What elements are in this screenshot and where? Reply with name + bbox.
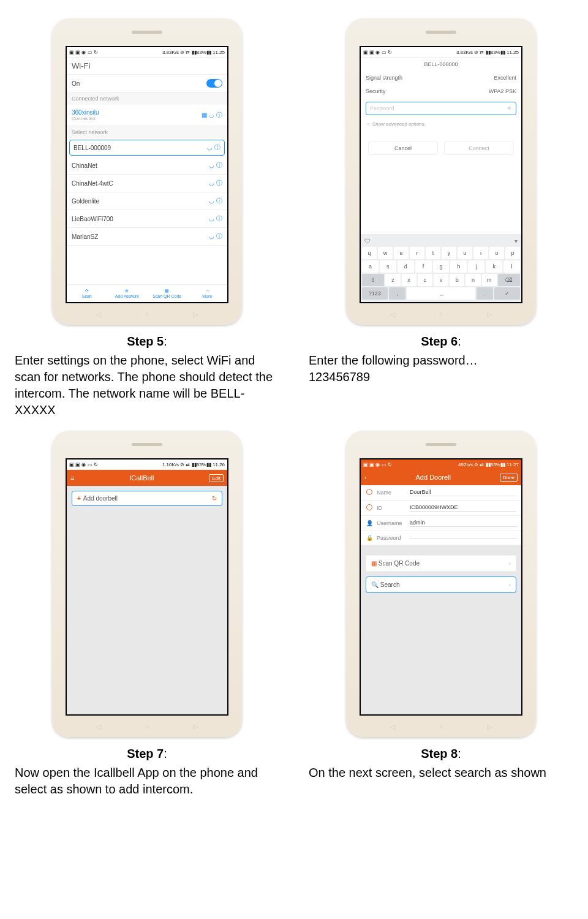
nav-scan[interactable]: ⟳Scan <box>67 285 107 302</box>
key[interactable]: a <box>362 260 379 273</box>
numeric-key[interactable]: ?123 <box>362 287 388 300</box>
key[interactable]: g <box>433 260 450 273</box>
enter-key[interactable]: ✓ <box>494 287 520 300</box>
key[interactable]: y <box>442 247 456 259</box>
key[interactable]: j <box>468 260 484 273</box>
checkbox-icon: ○ <box>367 121 370 127</box>
key[interactable]: k <box>486 260 502 273</box>
network-row[interactable]: Goldenlite ◡ ⓘ <box>67 192 227 210</box>
status-right: 1.10K/s ⊘ ⇄ ▮▮83%▮▮ 11.26 <box>162 462 225 467</box>
key[interactable]: h <box>450 260 467 273</box>
key[interactable]: u <box>458 247 472 259</box>
key[interactable]: z <box>385 274 400 286</box>
network-ssid: ChinaNet <box>72 162 97 169</box>
status-bar: ▣ ▣ ◉ ▭ ↻ 3.83K/s ⊘ ⇄ ▮▮83%▮▮ 11.25 <box>361 47 521 58</box>
status-right: 497b/s ⊘ ⇄ ▮▮83%▮▮ 11.27 <box>458 462 519 467</box>
key[interactable]: v <box>434 274 448 286</box>
key[interactable]: s <box>380 260 396 273</box>
search-icon: 🔍 <box>371 581 379 588</box>
username-label: Username <box>377 520 406 526</box>
username-field-row[interactable]: 👤 Username admin <box>361 516 521 531</box>
connect-button[interactable]: Connect <box>444 142 514 155</box>
eye-icon[interactable]: 👁 <box>507 105 512 112</box>
refresh-icon[interactable]: ↻ <box>212 495 217 502</box>
kb-row1: qwertyuiop <box>362 247 520 259</box>
wifi-toggle-row[interactable]: On <box>67 75 227 93</box>
shift-key[interactable]: ⇧ <box>362 274 384 286</box>
name-icon <box>366 489 373 496</box>
step7-description: Now open the Icallbell App on the phone … <box>12 765 282 804</box>
network-row[interactable]: LieBaoWiFi700 ◡ ⓘ <box>67 210 227 228</box>
nav-more[interactable]: ⋯More <box>187 285 228 302</box>
key[interactable]: b <box>450 274 464 286</box>
done-button[interactable]: Done <box>500 474 518 482</box>
key[interactable]: m <box>482 274 497 286</box>
key[interactable]: c <box>418 274 432 286</box>
step8-description: On the next screen, select search as sho… <box>306 765 576 787</box>
key[interactable]: p <box>505 247 520 259</box>
backspace-key[interactable]: ⌫ <box>498 274 520 286</box>
connected-ssid: 360xinsilu <box>72 109 99 116</box>
password-label: Password <box>377 535 406 541</box>
key[interactable]: l <box>503 260 520 273</box>
step8-label: Step 8: <box>421 747 461 761</box>
nav-add-network[interactable]: ⊕Add network <box>107 285 148 302</box>
password-input[interactable]: Password 👁 <box>366 102 516 115</box>
key[interactable]: r <box>410 247 424 259</box>
network-ssid: BELL-000009 <box>74 145 111 151</box>
key[interactable]: x <box>402 274 417 286</box>
add-doorbell-button[interactable]: +Add doorbell ↻ <box>72 491 222 506</box>
advanced-options-row[interactable]: ○ Show advanced options <box>361 119 521 129</box>
name-field-row[interactable]: Name DoorBell <box>361 485 521 501</box>
comma-key[interactable]: , <box>389 287 406 300</box>
status-icons-left: ▣ ▣ ◉ ▭ ↻ <box>363 462 392 467</box>
key[interactable]: n <box>466 274 480 286</box>
scan-qr-button[interactable]: ▦ Scan QR Code › <box>366 555 516 572</box>
network-row-bell[interactable]: BELL-000009 ◡ ⓘ <box>69 140 225 156</box>
phone-frame: ▣ ▣ ◉ ▭ ↻ 3.83K/s ⊘ ⇄ ▮▮83%▮▮ 11.25 Wi-F… <box>52 18 242 325</box>
key[interactable]: t <box>426 247 440 259</box>
key[interactable]: d <box>398 260 414 273</box>
step6-description: Enter the following password…123456789 <box>306 352 576 391</box>
app-header: ≡ ICallBell Edit <box>67 470 227 486</box>
key[interactable]: i <box>473 247 488 259</box>
search-button[interactable]: 🔍 Search › <box>366 577 516 593</box>
status-icons-left: ▣ ▣ ◉ ▭ ↻ <box>363 50 392 55</box>
key[interactable]: f <box>415 260 432 273</box>
id-field-row[interactable]: ID ICB000009HWXDE <box>361 501 521 516</box>
phone-frame: ▣ ▣ ◉ ▭ ↻ 497b/s ⊘ ⇄ ▮▮83%▮▮ 11.27 ‹ Add… <box>346 431 536 737</box>
step6-label: Step 6: <box>421 335 461 349</box>
dot-key[interactable]: . <box>477 287 494 300</box>
nav-scan-qr[interactable]: ▦Scan QR Code <box>147 285 187 302</box>
name-value[interactable]: DoorBell <box>410 489 516 496</box>
app-title: ICallBell <box>129 474 154 482</box>
status-bar: ▣ ▣ ◉ ▭ ↻ 3.83K/s ⊘ ⇄ ▮▮83%▮▮ 11.25 <box>67 47 227 58</box>
kb-collapse-icon[interactable]: ▾ <box>514 238 518 244</box>
cancel-button[interactable]: Cancel <box>368 142 438 155</box>
key[interactable]: w <box>378 247 393 259</box>
toggle-on-icon[interactable] <box>206 79 222 88</box>
username-value[interactable]: admin <box>410 520 516 527</box>
edit-button[interactable]: Edit <box>209 474 224 482</box>
password-placeholder: Password <box>370 105 394 112</box>
password-value[interactable] <box>410 537 516 539</box>
key[interactable]: q <box>362 247 377 259</box>
network-row[interactable]: ChinaNet-4wtC ◡ ⓘ <box>67 175 227 192</box>
key[interactable]: e <box>394 247 409 259</box>
shield-icon[interactable]: 🛡 <box>364 238 371 244</box>
network-row[interactable]: ChinaNet ◡ ⓘ <box>67 157 227 175</box>
plus-icon: + <box>77 495 81 502</box>
space-key[interactable]: ⎵ <box>407 287 475 300</box>
connected-icons: ▦ ◡ ⓘ <box>202 111 222 119</box>
network-row[interactable]: MarianSZ ◡ ⓘ <box>67 228 227 246</box>
step5-label: Step 5: <box>127 335 167 349</box>
id-value[interactable]: ICB000009HWXDE <box>410 504 516 512</box>
back-icon[interactable]: ‹ <box>364 474 367 481</box>
add-doorbell-label: Add doorbell <box>83 495 118 502</box>
phone-nav-buttons: ◁○▷ <box>346 311 536 319</box>
menu-icon[interactable]: ≡ <box>70 474 74 482</box>
key[interactable]: o <box>489 247 504 259</box>
connected-network-row[interactable]: 360xinsilu Connected ▦ ◡ ⓘ <box>67 105 227 126</box>
network-ssid: ChinaNet-4wtC <box>72 180 113 187</box>
password-field-row[interactable]: 🔒 Password <box>361 531 521 545</box>
